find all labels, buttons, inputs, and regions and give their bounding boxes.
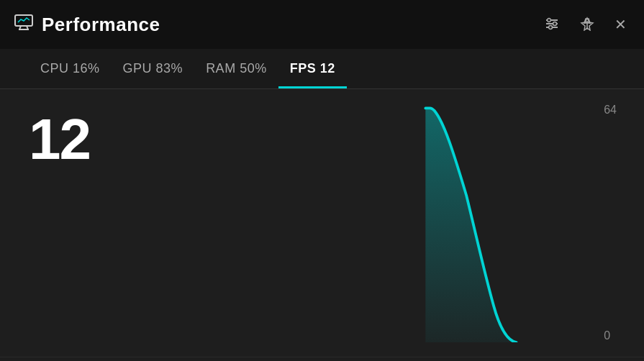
close-button[interactable]: ✕ [612,14,630,35]
y-axis: 64 0 [598,104,622,342]
title-bar-actions: ✕ [541,13,630,37]
main-content: 12 64 0 [0,89,644,357]
tab-fps[interactable]: FPS 12 [278,49,347,88]
tab-fps-label: FPS [290,61,317,76]
page-title: Performance [42,14,160,36]
svg-point-9 [549,25,553,29]
settings-button[interactable] [541,13,563,37]
chart-area: 64 0 [144,104,622,342]
title-bar: Performance ✕ [0,0,644,49]
svg-point-7 [548,18,551,22]
title-bar-left: Performance [14,14,541,36]
tabs-bar: CPU 16% GPU 83% RAM 50% FPS 12 [0,49,644,89]
pin-button[interactable] [577,14,597,36]
tab-gpu-value: 83% [156,61,183,76]
monitor-icon [14,14,33,35]
tab-gpu-label: GPU [123,61,153,76]
tab-gpu[interactable]: GPU 83% [112,49,195,88]
current-fps-value: 12 [29,104,144,342]
tab-fps-value: 12 [320,61,335,76]
tab-cpu[interactable]: CPU 16% [29,49,112,88]
tab-cpu-label: CPU [40,61,69,76]
y-axis-low: 0 [604,329,617,342]
bottom-bar: 60 SECONDS Avg FPS 28 [0,357,644,361]
tab-ram-value: 50% [240,61,267,76]
svg-point-8 [553,22,557,25]
y-axis-high: 64 [604,104,617,116]
tab-ram-label: RAM [206,61,236,76]
tab-cpu-value: 16% [73,61,100,76]
tab-ram[interactable]: RAM 50% [194,49,278,88]
fps-chart [144,104,598,342]
